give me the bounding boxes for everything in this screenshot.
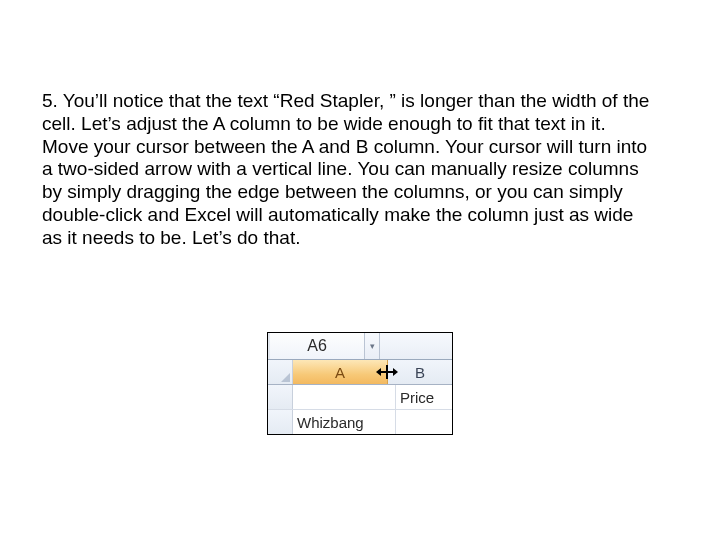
instruction-text: You’ll notice that the text “Red Stapler… (42, 90, 649, 248)
column-header-B[interactable]: B (388, 360, 452, 384)
column-header-A[interactable]: A (293, 360, 388, 384)
cell-B[interactable] (396, 410, 452, 434)
step-number: 5. (42, 90, 58, 111)
name-box-value: A6 (307, 337, 327, 355)
column-B-label: B (415, 364, 425, 381)
cell-A[interactable]: Whizbang (293, 410, 396, 434)
instruction-paragraph: 5. You’ll notice that the text “Red Stap… (42, 90, 652, 250)
row-header[interactable] (268, 410, 293, 434)
name-box-row: A6 ▾ (268, 333, 452, 360)
row-header[interactable] (268, 385, 293, 409)
select-all-corner[interactable] (268, 360, 293, 384)
formula-bar-area (380, 333, 452, 359)
excel-screenshot: A6 ▾ A B (267, 332, 453, 435)
name-box-dropdown[interactable]: ▾ (365, 333, 380, 359)
table-row: Price (268, 385, 452, 410)
table-row: Whizbang (268, 410, 452, 434)
name-box[interactable]: A6 (270, 333, 365, 359)
cell-B[interactable]: Price (396, 385, 452, 409)
cell-value: Price (400, 389, 434, 406)
chevron-down-icon: ▾ (370, 341, 375, 351)
cell-value: Whizbang (297, 414, 364, 431)
column-A-label: A (335, 364, 345, 381)
column-header-row: A B (268, 360, 452, 385)
cell-A[interactable] (293, 385, 396, 409)
